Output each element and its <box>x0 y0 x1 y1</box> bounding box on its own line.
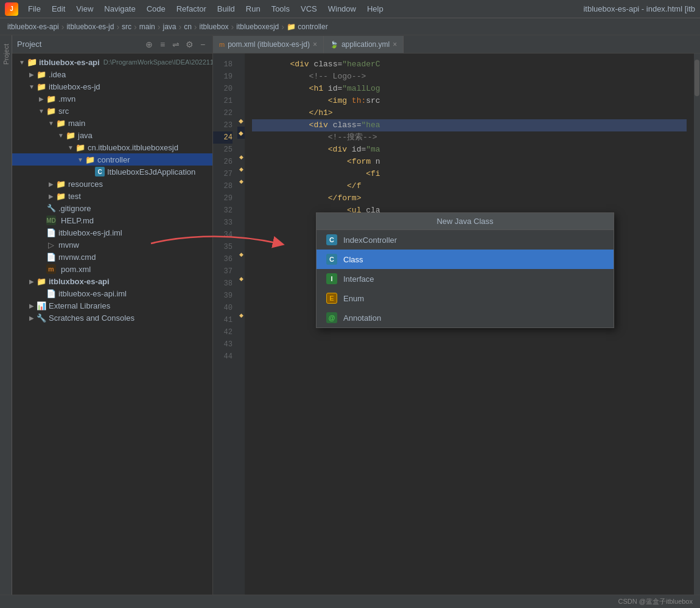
java-arrow: ▼ <box>56 130 66 140</box>
gutter-18 <box>237 54 245 66</box>
code-line-42: </form> <box>252 192 687 204</box>
menu-vcs[interactable]: VCS <box>296 2 322 15</box>
tree-idea[interactable]: ▶ 📁 .idea <box>12 68 212 80</box>
src-label: src <box>58 107 69 116</box>
tree-api-iml[interactable]: 📄 itbluebox-es-api.iml <box>12 287 212 299</box>
tree-package[interactable]: ▼ 📁 cn.itbluebox.itblueboxesjd <box>12 141 212 153</box>
idea-folder-icon: 📁 <box>37 69 46 79</box>
hide-icon[interactable]: − <box>198 40 208 49</box>
tree-test[interactable]: ▶ 📁 test <box>12 190 212 202</box>
breadcrumb-src[interactable]: src <box>122 23 131 31</box>
api-iml-arrow <box>37 288 46 298</box>
project-tab-label[interactable]: Project <box>1 41 11 67</box>
tree-root[interactable]: ▼ 📁 itbluebox-es-api D:\ProgramWorkSpace… <box>12 56 212 68</box>
src-folder-icon: 📁 <box>46 106 56 116</box>
annotation-label: Annotation <box>343 313 381 323</box>
popup-item-indexcontroller[interactable]: C IndexController <box>317 230 614 250</box>
menu-build[interactable]: Build <box>212 2 240 15</box>
gutter-25 <box>237 139 245 151</box>
menu-navigate[interactable]: Navigate <box>99 2 140 15</box>
tree-mvn[interactable]: ▶ 📁 .mvn <box>12 93 212 105</box>
gutter-37 <box>237 260 245 273</box>
menu-file[interactable]: File <box>23 2 46 15</box>
tree-main[interactable]: ▼ 📁 main <box>12 117 212 129</box>
iml-arrow <box>37 228 46 237</box>
test-label: test <box>68 192 81 201</box>
mvnw-arrow <box>37 240 46 250</box>
breadcrumb-itbluebox[interactable]: itbluebox <box>200 23 229 31</box>
tree-mvnw[interactable]: ▷ mvnw <box>12 239 212 251</box>
tree-ext-lib[interactable]: ▶ 📊 External Libraries <box>12 299 212 312</box>
status-text: CSDN @蓝盒子itbluebox <box>618 597 693 606</box>
breadcrumb-root[interactable]: itbluebox-es-api <box>7 23 59 31</box>
menu-code[interactable]: Code <box>142 2 170 15</box>
options-icon[interactable]: ⇌ <box>171 40 181 49</box>
settings-icon[interactable]: ⚙ <box>184 40 194 49</box>
scratches-icon: 🔧 <box>37 313 46 323</box>
tab-pomxml[interactable]: m pom.xml (itbluebox-es-jd) × <box>213 36 324 53</box>
menu-edit[interactable]: Edit <box>47 2 70 15</box>
tab-pomxml-close[interactable]: × <box>313 40 317 49</box>
tab-yml[interactable]: 🍃 application.yml × <box>324 36 404 53</box>
project-title: Project <box>17 40 141 49</box>
popup-item-enum[interactable]: E Enum <box>317 288 614 308</box>
tree-api[interactable]: ▶ 📁 itbluxbox-es-api <box>12 275 212 287</box>
menu-view[interactable]: View <box>71 2 98 15</box>
mvn-label: .mvn <box>58 94 75 103</box>
gutter-32 <box>237 200 245 212</box>
tree-resources[interactable]: ▶ 📁 resources <box>12 178 212 190</box>
vertical-scrollbar[interactable] <box>694 54 700 608</box>
popup-item-interface[interactable]: I Interface <box>317 269 614 288</box>
window-title: itbluebox-es-api - index.html [itb <box>583 4 695 13</box>
code-content[interactable]: <div class="headerC <!-- Logo--> <h1 id=… <box>245 54 694 608</box>
tree-controller[interactable]: ▼ 📁 controller <box>12 153 212 166</box>
gutter-23: ◆ <box>237 114 245 127</box>
breadcrumb-jd[interactable]: itbluebox-es-jd <box>66 23 114 31</box>
tree-iml[interactable]: 📄 itbluebox-es-jd.iml <box>12 226 212 239</box>
tree-src[interactable]: ▼ 📁 src <box>12 105 212 117</box>
menu-help[interactable]: Help <box>362 2 388 15</box>
mvnwcmd-icon: 📄 <box>46 252 56 262</box>
tree-gitignore[interactable]: 🔧 .gitignore <box>12 202 212 214</box>
gutter-arrow-24: ◆ <box>239 130 243 136</box>
code-line-24: <div class="hea <box>252 119 687 131</box>
indexcontroller-label: IndexController <box>343 236 397 245</box>
project-panel: Project ⊕ ≡ ⇌ ⚙ − ▼ 📁 itbluebox-es-api D… <box>12 35 213 608</box>
tree-pomxml[interactable]: m pom.xml <box>12 263 212 275</box>
gutter-21 <box>237 90 245 102</box>
breadcrumb-controller[interactable]: 📁 controller <box>287 23 328 31</box>
tree-mvnwcmd[interactable]: 📄 mvnw.cmd <box>12 251 212 263</box>
menu-run[interactable]: Run <box>241 2 265 15</box>
popup-item-annotation[interactable]: @ Annotation <box>317 308 614 327</box>
class-label: Class <box>343 255 363 264</box>
gutter-mark-41: ◆ <box>239 312 243 318</box>
scroll-left-icon[interactable]: ≡ <box>158 40 167 49</box>
tab-pomxml-label: pom.xml (itbluebox-es-jd) <box>228 40 310 49</box>
breadcrumb-java[interactable]: java <box>163 23 176 31</box>
breadcrumb-cn[interactable]: cn <box>184 23 192 31</box>
tree-scratches[interactable]: ▶ 🔧 Scratches and Consoles <box>12 312 212 324</box>
tab-yml-close[interactable]: × <box>393 40 397 49</box>
breadcrumb-main[interactable]: main <box>139 23 155 31</box>
pomxml-arrow <box>37 264 46 274</box>
root-arrow: ▼ <box>17 57 27 67</box>
tree-helpmd[interactable]: MD HELP.md <box>12 214 212 226</box>
gutter-20 <box>237 78 245 90</box>
tree-java[interactable]: ▼ 📁 java <box>12 129 212 141</box>
project-tree[interactable]: ▼ 📁 itbluebox-es-api D:\ProgramWorkSpace… <box>12 54 212 608</box>
mvnw-label: mvnw <box>58 240 79 250</box>
code-line-20: <h1 id="mallLog <box>252 83 687 95</box>
popup-item-class[interactable]: C Class <box>317 250 614 269</box>
tree-application-class[interactable]: C ItblueboxEsJdApplication <box>12 166 212 178</box>
breadcrumb-sep-3: › <box>134 22 137 32</box>
menu-tools[interactable]: Tools <box>267 2 295 15</box>
menu-window[interactable]: Window <box>323 2 361 15</box>
locate-icon[interactable]: ⊕ <box>144 40 154 49</box>
breadcrumb-itblueboxesjd[interactable]: itblueboxesjd <box>236 23 279 31</box>
menu-refactor[interactable]: Refactor <box>172 2 211 15</box>
code-line-29: <fi <box>252 168 687 180</box>
scrollbar-thumb[interactable] <box>695 60 699 96</box>
gutter-19 <box>237 66 245 78</box>
code-editor: 18 19 20 21 22 23 24 25 26 27 28 29 32 3… <box>213 54 700 608</box>
tree-es-jd[interactable]: ▼ 📁 itbluebox-es-jd <box>12 80 212 93</box>
